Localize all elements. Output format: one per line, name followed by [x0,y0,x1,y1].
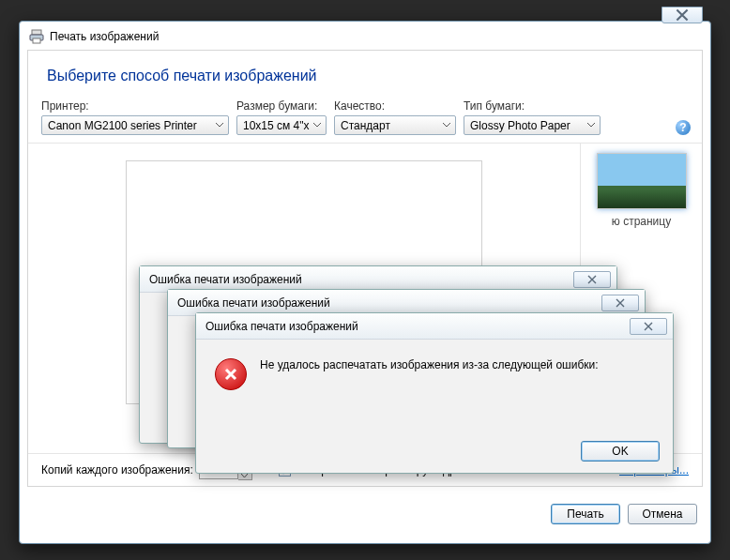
error-dialog-body: Не удалось распечатать изображения из-за… [196,340,673,433]
printer-label: Принтер: [41,99,229,113]
error-dialog-title: Ошибка печати изображений [149,273,302,286]
cancel-button[interactable]: Отмена [628,504,697,524]
layout-thumbnail-label: ю страницу [612,215,671,228]
printer-value: Canon MG2100 series Printer [48,119,197,132]
error-dialog-title: Ошибка печати изображений [177,296,330,310]
printer-combo[interactable]: Canon MG2100 series Printer [41,115,229,135]
paper-type-value: Glossy Photo Paper [470,119,570,132]
chevron-down-icon [439,123,453,128]
paper-size-combo[interactable]: 10x15 см 4"x [236,115,327,135]
copies-label: Копий каждого изображения: [41,463,193,477]
dialog-buttons: Печать Отмена [20,494,710,534]
error-dialog-titlebar: Ошибка печати изображений [196,313,673,340]
chevron-down-icon [310,123,324,128]
close-icon [616,298,625,308]
layout-thumbnail[interactable] [597,153,687,209]
error-message: Не удалось распечатать изображения из-за… [260,358,599,371]
chevron-down-icon [212,123,226,128]
paper-type-label: Тип бумаги: [464,99,601,113]
close-icon [587,275,597,284]
error-close-button[interactable] [573,271,611,288]
svg-rect-2 [33,38,40,43]
quality-label: Качество: [334,99,456,113]
quality-combo[interactable]: Стандарт [334,115,456,135]
window-close-button[interactable] [662,7,703,23]
error-dialog: Ошибка печати изображений Не удалось рас… [195,312,674,474]
print-settings-row: Принтер: Canon MG2100 series Printer Раз… [28,99,702,144]
print-button[interactable]: Печать [551,504,620,524]
close-icon [676,8,689,22]
paper-type-combo[interactable]: Glossy Photo Paper [464,115,601,135]
window-title-bar: Печать изображений [20,22,710,50]
error-close-button[interactable] [601,295,639,311]
printer-icon [29,29,44,44]
error-icon [215,358,247,390]
error-ok-button[interactable]: OK [581,441,660,462]
page-heading: Выберите способ печати изображений [28,51,702,99]
window-title: Печать изображений [50,30,159,43]
close-icon [644,322,653,331]
chevron-down-icon [584,123,598,128]
error-dialog-title: Ошибка печати изображений [205,320,358,333]
paper-size-value: 10x15 см 4"x [243,119,310,132]
help-icon[interactable]: ? [676,120,691,135]
paper-size-label: Размер бумаги: [236,99,327,113]
svg-rect-0 [32,30,41,35]
error-close-button[interactable] [630,318,667,335]
quality-value: Стандарт [341,119,390,132]
